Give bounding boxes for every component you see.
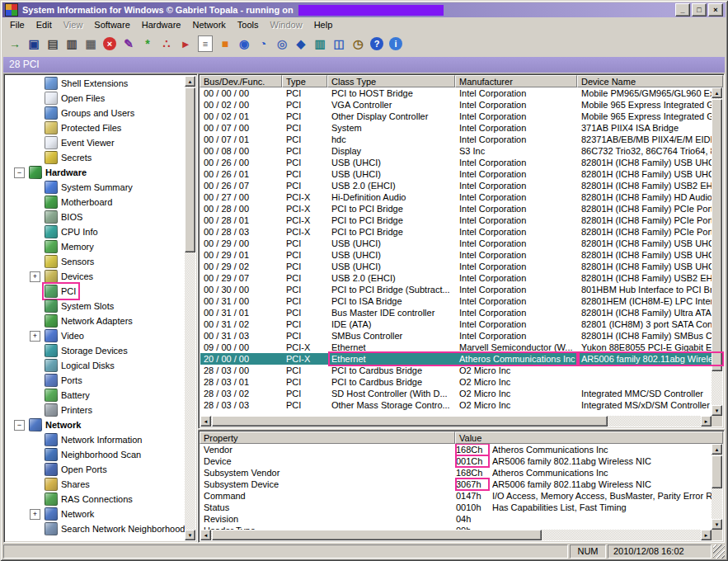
pci-table-row[interactable]: 00 / 31 / 02 PCI IDE (ATA) Intel Corpora… xyxy=(200,318,712,330)
column-header-type[interactable]: Type xyxy=(282,75,327,87)
tree-item-network-adapters[interactable]: Network Adapters xyxy=(6,314,185,328)
column-header-bus[interactable]: Bus/Dev./Func. xyxy=(200,75,282,87)
scroll-up-icon[interactable] xyxy=(185,76,195,87)
prop-row-subsystem-device[interactable]: Subsystem Device 3067h AR5006 family 802… xyxy=(200,478,712,490)
prop-row-revision[interactable]: Revision 04h xyxy=(200,513,712,525)
column-header-class-type[interactable]: Class Type xyxy=(327,75,455,87)
property-hscroll-thumb[interactable] xyxy=(212,530,542,540)
tree-item-battery[interactable]: Battery xyxy=(6,388,185,403)
resize-grip[interactable] xyxy=(713,544,725,559)
stop-icon[interactable]: × xyxy=(103,37,116,50)
copy-icon[interactable]: ▤ xyxy=(45,35,61,52)
expander-icon[interactable]: + xyxy=(30,271,40,282)
license-icon[interactable]: ■ xyxy=(217,35,233,52)
pci-table-row[interactable]: 28 / 03 / 00 PCI PCI to Cardbus Bridge O… xyxy=(200,365,712,376)
tree-item-motherboard[interactable]: Motherboard xyxy=(6,195,185,210)
pci-table-row[interactable]: 00 / 28 / 01 PCI-X PCI to PCI Bridge Int… xyxy=(200,214,712,226)
menu-hardware[interactable]: Hardware xyxy=(136,17,187,32)
pci-table-row[interactable]: 00 / 29 / 07 PCI USB 2.0 (EHCI) Intel Co… xyxy=(200,272,712,284)
tree-item-event-viewer[interactable]: Event Viewer xyxy=(6,135,185,150)
table-hscroll-thumb[interactable] xyxy=(212,416,608,427)
tree-item-cpu-info[interactable]: CPU Info xyxy=(6,224,185,239)
prop-row-status[interactable]: Status 0010h Has Capabilities List, Fast… xyxy=(200,502,712,513)
pci-table-row[interactable]: 00 / 28 / 03 PCI-X PCI to PCI Bridge Int… xyxy=(200,226,712,238)
tree-item-shell-extensions[interactable]: Shell Extensions xyxy=(6,76,185,91)
expander-icon[interactable]: + xyxy=(30,331,40,342)
pci-table-row[interactable]: 00 / 31 / 03 PCI SMBus Controller Intel … xyxy=(200,330,712,342)
title-bar[interactable]: System Information for Windows © Gabriel… xyxy=(2,2,726,17)
help-icon[interactable]: ? xyxy=(370,37,383,50)
tree-item-shares[interactable]: Shares xyxy=(6,477,185,492)
scroll-down-icon[interactable] xyxy=(185,530,195,540)
clipboard-icon[interactable]: ▥ xyxy=(63,35,80,52)
table-hscrollbar[interactable] xyxy=(200,416,712,427)
tree-item-open-files[interactable]: Open Files xyxy=(6,91,185,106)
pci-table-row[interactable]: 00 / 00 / 00 PCI PCI to HOST Bridge Inte… xyxy=(200,87,712,99)
tree-item-network-sub[interactable]: + Network xyxy=(6,507,185,521)
pci-table-row[interactable]: 00 / 30 / 00 PCI PCI to PCI Bridge (Subt… xyxy=(200,284,712,295)
scroll-up-icon[interactable] xyxy=(712,87,722,98)
globe-icon[interactable]: ◔ xyxy=(255,35,271,52)
shield-icon[interactable]: ◆ xyxy=(293,35,309,52)
expander-icon[interactable]: + xyxy=(30,509,40,520)
table-scroll-thumb[interactable] xyxy=(712,99,722,371)
pci-table-row[interactable]: 00 / 07 / 01 PCI hdc Intel Corporation 8… xyxy=(200,134,712,145)
pci-table-row[interactable]: 00 / 02 / 00 PCI VGA Controller Intel Co… xyxy=(200,99,712,111)
scroll-right-icon[interactable] xyxy=(701,530,712,540)
menu-view[interactable]: View xyxy=(58,17,89,32)
tree-item-network[interactable]: − Network xyxy=(6,417,185,432)
tree-scroll-thumb[interactable] xyxy=(185,87,195,252)
tree-item-groups-and-users[interactable]: Groups and Users xyxy=(6,106,185,120)
property-vscrollbar[interactable] xyxy=(712,444,722,530)
property-scroll-thumb[interactable] xyxy=(712,455,722,488)
pci-table-row[interactable]: 00 / 26 / 07 PCI USB 2.0 (EHCI) Intel Co… xyxy=(200,180,712,191)
column-header-manufacturer[interactable]: Manufacturer xyxy=(455,75,577,87)
pci-table-row[interactable]: 20 / 00 / 00 PCI-X Ethernet Atheros Comm… xyxy=(200,353,712,365)
close-button[interactable]: × xyxy=(708,3,723,16)
prop-row-device[interactable]: Device 001Ch AR5006 family 802.11abg Wir… xyxy=(200,455,712,467)
menu-file[interactable]: File xyxy=(4,17,31,32)
save-icon[interactable]: ▣ xyxy=(26,35,42,52)
pci-table-row[interactable]: 00 / 02 / 01 PCI Other Display Controlle… xyxy=(200,111,712,122)
scroll-left-icon[interactable] xyxy=(200,416,211,427)
eureka-icon[interactable]: * xyxy=(139,35,156,52)
tree-item-system-summary[interactable]: System Summary xyxy=(6,180,185,195)
exit-icon[interactable]: → xyxy=(7,35,23,52)
flag-icon[interactable]: ▸ xyxy=(177,35,194,52)
column-header-value[interactable]: Value xyxy=(455,431,723,444)
pci-table-row[interactable]: 00 / 27 / 00 PCI-X Hi-Definition Audio I… xyxy=(200,191,712,203)
scroll-down-icon[interactable] xyxy=(712,519,722,530)
tree-item-printers[interactable]: Printers xyxy=(6,403,185,417)
prop-row-subsystem-vendor[interactable]: Subsystem Vendor 168Ch Atheros Communica… xyxy=(200,467,712,478)
pci-table-row[interactable]: 28 / 03 / 01 PCI PCI to Cardbus Bridge O… xyxy=(200,376,712,388)
minimize-button[interactable]: _ xyxy=(675,3,690,16)
tree-item-pci[interactable]: PCI xyxy=(6,284,185,299)
tree-item-sensors[interactable]: Sensors xyxy=(6,254,185,269)
expander-icon[interactable]: − xyxy=(14,420,25,431)
tree-item-logical-disks[interactable]: Logical Disks xyxy=(6,358,185,373)
tree-item-ras-connections[interactable]: RAS Connections xyxy=(6,492,185,507)
tree-item-ports[interactable]: Ports xyxy=(6,373,185,388)
keyboard-icon[interactable]: ▦ xyxy=(82,35,99,52)
pci-table-row[interactable]: 00 / 31 / 00 PCI PCI to ISA Bridge Intel… xyxy=(200,295,712,307)
tree-item-bios[interactable]: BIOS xyxy=(6,210,185,224)
maximize-button[interactable]: □ xyxy=(692,3,707,16)
pci-table-row[interactable]: 09 / 00 / 00 PCI-X Ethernet Marvell Semi… xyxy=(200,342,712,353)
menu-network[interactable]: Network xyxy=(186,17,231,32)
tree-item-video[interactable]: + Video xyxy=(6,328,185,343)
pci-table-row[interactable]: 00 / 07 / 00 PCI System Intel Corporatio… xyxy=(200,122,712,134)
menu-software[interactable]: Software xyxy=(88,17,135,32)
prop-row-vendor[interactable]: Vendor 168Ch Atheros Communications Inc xyxy=(200,444,712,455)
pci-table-row[interactable]: 00 / 26 / 01 PCI USB (UHCI) Intel Corpor… xyxy=(200,168,712,180)
menu-tools[interactable]: Tools xyxy=(232,17,265,32)
expander-icon[interactable]: − xyxy=(14,167,25,178)
tree-item-secrets[interactable]: Secrets xyxy=(6,150,185,165)
column-header-device-name[interactable]: Device Name xyxy=(577,75,723,87)
pci-table-row[interactable]: 00 / 28 / 00 PCI-X PCI to PCI Bridge Int… xyxy=(200,203,712,214)
pci-table-row[interactable]: 00 / 08 / 00 PCI Display S3 Inc 86C732 T… xyxy=(200,145,712,157)
menu-window[interactable]: Window xyxy=(265,17,308,32)
scroll-up-icon[interactable] xyxy=(712,444,722,455)
pci-table-row[interactable]: 00 / 29 / 01 PCI USB (UHCI) Intel Corpor… xyxy=(200,249,712,261)
menu-edit[interactable]: Edit xyxy=(31,17,58,32)
info-icon[interactable]: i xyxy=(389,37,402,50)
